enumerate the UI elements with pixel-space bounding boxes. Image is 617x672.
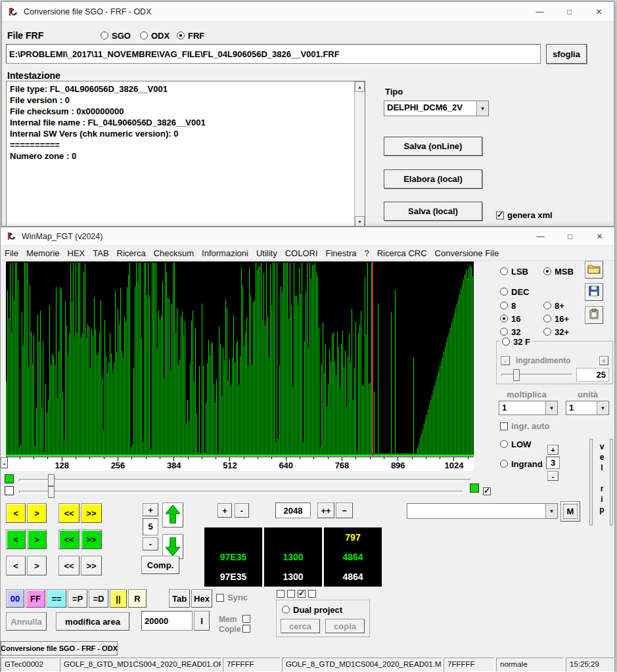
op-xd-button[interactable]: =D — [89, 589, 108, 608]
radio-ingrand[interactable]: Ingrand — [500, 459, 543, 468]
menu-item-utility[interactable]: Utility — [252, 246, 281, 260]
radio-dec[interactable]: DEC — [500, 287, 529, 296]
dialog-close-icon[interactable]: ✕ — [584, 2, 614, 21]
combo-arrow-icon[interactable]: ▼ — [476, 101, 488, 116]
mem-checkbox[interactable] — [242, 615, 250, 623]
tipo-combobox[interactable]: DELPHI_DCM6_2V ▼ — [384, 101, 489, 116]
menu-item-checksum[interactable]: Checksum — [150, 246, 198, 260]
axis-zoom-out-button[interactable]: - — [1, 457, 8, 468]
scroll-up-green-button[interactable] — [162, 503, 183, 527]
mini-checkbox-0[interactable] — [277, 590, 285, 598]
mini-checkbox-2[interactable] — [298, 590, 306, 598]
sync-checkbox[interactable]: Sync — [216, 593, 248, 602]
block-size-input[interactable] — [275, 503, 311, 518]
decr2-button[interactable]: − — [336, 503, 353, 518]
dialog-minimize-icon[interactable]: — — [525, 2, 555, 21]
header-info-box[interactable]: File type: FL_04L906056D_3826__V001 File… — [6, 81, 365, 227]
menu-item-finestra[interactable]: Finestra — [322, 246, 361, 260]
op-00-button[interactable]: 00 — [6, 589, 24, 608]
ingrand-plus-button[interactable]: + — [547, 445, 559, 455]
dialog-titlebar[interactable]: Conversione file SGO - FRF - ODX — □ ✕ — [2, 2, 614, 22]
radio-sgo[interactable]: SGO — [101, 31, 131, 40]
ingr-auto-checkbox[interactable]: ingr. auto — [500, 421, 550, 431]
m-button[interactable]: M — [560, 501, 580, 522]
combo-arrow-icon[interactable]: ▼ — [545, 401, 557, 414]
radio-msb[interactable]: MSB — [543, 267, 574, 276]
map-combobox[interactable]: ▼ — [407, 503, 558, 519]
memory-graph-canvas[interactable] — [6, 261, 474, 456]
zoom-slider-thumb[interactable] — [513, 369, 520, 381]
menu-item-memorie[interactable]: Memorie — [22, 246, 64, 260]
salva-local-button[interactable]: Salva (local) — [384, 202, 482, 221]
nav-yellow-fast-back-button[interactable]: << — [58, 503, 80, 523]
nav-plain-fwd-button[interactable]: > — [27, 556, 47, 575]
radio-low[interactable]: LOW — [500, 439, 531, 449]
modifica-area-button[interactable]: modifica area — [56, 612, 129, 631]
nav-plain-fast-fwd-button[interactable]: >> — [81, 556, 102, 575]
zoom-minus-button[interactable]: - — [501, 356, 510, 365]
h-slider-1[interactable] — [19, 479, 471, 482]
paste-button[interactable] — [585, 306, 603, 324]
ingrand-minus-button[interactable]: - — [547, 471, 559, 481]
nav-green-fast-fwd-button[interactable]: >> — [81, 529, 102, 549]
ingrand-value[interactable]: 3 — [546, 457, 560, 469]
nav-yellow-fwd-button[interactable]: > — [27, 503, 47, 523]
menu-item-hex[interactable]: HEX — [64, 246, 89, 260]
nav-green-back-button[interactable]: < — [6, 529, 26, 549]
h-slider-2[interactable] — [19, 491, 463, 493]
op-ff-button[interactable]: FF — [26, 589, 45, 608]
h-slider-2-thumb[interactable] — [48, 486, 55, 498]
decr-button[interactable]: - — [235, 503, 249, 518]
nav-yellow-fast-fwd-button[interactable]: >> — [81, 503, 102, 523]
address-input[interactable] — [141, 611, 193, 631]
scroll-down-icon[interactable]: ▼ — [355, 216, 365, 227]
annulla-button[interactable]: Annulla — [6, 612, 47, 631]
op-x-button[interactable]: || — [110, 589, 127, 608]
link-checkbox[interactable] — [483, 487, 491, 495]
op-xp-button[interactable]: =P — [68, 589, 87, 608]
save-button[interactable] — [585, 283, 603, 301]
bottom-tab[interactable]: Conversione file SGO - FRF - ODX — [1, 641, 118, 656]
op-r-button[interactable]: R — [128, 589, 147, 608]
menu-item-tab[interactable]: TAB — [89, 246, 112, 260]
file-path-input[interactable] — [6, 44, 541, 64]
incr2-button[interactable]: ++ — [317, 503, 334, 518]
radio-dual-project[interactable]: Dual project — [282, 605, 342, 614]
marker-square-left-green[interactable] — [5, 474, 14, 483]
radio-8[interactable]: 8 — [500, 301, 516, 310]
op-hex-button[interactable]: Hex — [191, 589, 212, 608]
h-slider-1-thumb[interactable] — [48, 474, 55, 486]
nav-plain-fast-back-button[interactable]: << — [58, 556, 80, 575]
cerca-button[interactable]: cerca — [281, 619, 320, 633]
incr-button[interactable]: + — [217, 503, 232, 518]
dialog-maximize-icon[interactable]: □ — [555, 2, 584, 21]
window-minimize-icon[interactable]: — — [526, 227, 555, 245]
menu-item-ricerca[interactable]: Ricerca — [113, 246, 150, 260]
menu-item-[interactable]: ? — [361, 246, 373, 260]
genera-xml-checkbox[interactable]: genera xml — [496, 210, 553, 220]
radio-32[interactable]: 32 — [500, 327, 520, 336]
radio-16[interactable]: 16 — [500, 314, 520, 323]
radio-frf[interactable]: FRF — [177, 31, 204, 40]
radio-lsb[interactable]: LSB — [500, 267, 528, 276]
step-plus-button[interactable]: + — [143, 503, 158, 516]
combo-arrow-icon[interactable]: ▼ — [545, 504, 557, 518]
window-close-icon[interactable]: ✕ — [585, 227, 614, 245]
nav-green-fwd-button[interactable]: > — [27, 529, 47, 549]
zoom-value-input[interactable] — [576, 368, 609, 382]
menu-item-conversione-file[interactable]: Conversione File — [431, 246, 503, 260]
marker-square-right-green[interactable] — [470, 483, 479, 493]
radio-32plus[interactable]: 32+ — [543, 327, 569, 336]
marker-square-left-white[interactable] — [5, 486, 14, 495]
radio-8plus[interactable]: 8+ — [543, 301, 564, 310]
window-maximize-icon[interactable]: □ — [555, 227, 585, 245]
nav-green-fast-back-button[interactable]: << — [58, 529, 80, 549]
radio-odx[interactable]: ODX — [140, 31, 170, 40]
mini-checkbox-3[interactable] — [308, 590, 316, 598]
nav-plain-back-button[interactable]: < — [6, 556, 26, 575]
header-scrollbar[interactable]: ▲ ▼ — [354, 81, 365, 227]
scroll-up-icon[interactable]: ▲ — [355, 81, 365, 92]
nav-yellow-back-button[interactable]: < — [6, 503, 26, 523]
combo-arrow-icon[interactable]: ▼ — [597, 401, 608, 414]
unita-combobox[interactable]: 1 ▼ — [566, 401, 609, 415]
